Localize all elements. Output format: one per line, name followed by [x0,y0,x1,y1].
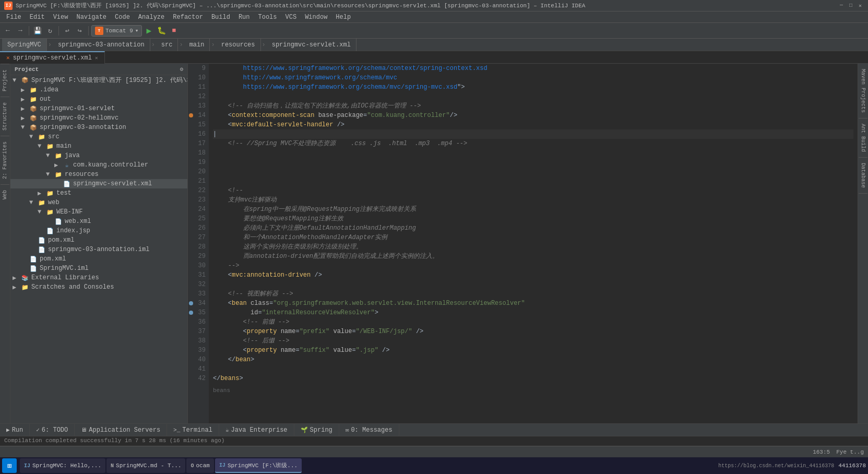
stop-button[interactable]: ■ [168,25,180,37]
bottom-tab-java-enterprise[interactable]: ☕ Java Enterprise [219,424,294,436]
tree-item-iml03[interactable]: ▶ 📄 springmvc-03-annotation.iml [10,245,187,254]
bottom-tab-spring[interactable]: 🌱 Spring [294,424,339,436]
bottom-tab-todo[interactable]: ✓ 6: TODO [30,424,75,436]
menu-item-vcs[interactable]: VCS [281,13,301,22]
menu-item-build[interactable]: Build [207,13,234,22]
breadcrumb-springmvc[interactable]: SpringMVC [2,39,47,51]
tree-item-springmvc-root[interactable]: ▼ 📦 SpringMVC F:\班级管理\西开 [19525] ]2. 代码\… [10,75,187,85]
tomcat-run-config[interactable]: T Tomcat 9 ▾ [91,25,142,37]
redo-button[interactable]: ↪ [74,25,86,37]
tree-item-springmvc01[interactable]: ▶ 📦 springmvc-01-servlet [10,104,187,113]
minimize-button[interactable]: ─ [838,2,845,9]
taskbar-springmvc-md[interactable]: N SpringMVC.md - T... [106,458,185,473]
breadcrumb-resources[interactable]: resources [216,39,261,51]
maximize-button[interactable]: □ [847,2,854,9]
sidebar-gear-icon[interactable]: ⚙ [180,66,183,73]
menu-item-tools[interactable]: Tools [254,13,281,22]
tree-item-main[interactable]: ▼ 📁 main [10,141,187,151]
tree-item-indexjsp[interactable]: ▶ 📄 index.jsp [10,226,187,235]
editor-content[interactable]: 9 10 11 12 13 14 15 16 17 18 19 20 21 22… [188,64,858,423]
menu-item-refactor[interactable]: Refactor [169,13,207,22]
menu-item-file[interactable]: File [2,13,26,22]
tree-item-src[interactable]: ▼ 📁 src [10,132,187,141]
run-button[interactable]: ▶ [143,25,154,37]
code-line-11: https://www.springframework.org/schema/m… [213,82,853,92]
refresh-button[interactable]: ↻ [44,25,56,37]
breadcrumb-src[interactable]: src [156,39,179,51]
spring-icon: 🌱 [301,426,308,433]
back-button[interactable]: ← [2,25,14,37]
code-breadcrumb: beans [213,385,853,396]
menu-item-window[interactable]: Window [301,13,331,22]
code-line-28: 这两个实例分别在类级别和方法级别处理。 [213,242,853,252]
tab-project[interactable]: Project [1,64,9,97]
file-tab-springmvc-servlet[interactable]: ✕ springmvc-servlet.xml ✕ [0,51,105,64]
tree-item-resources[interactable]: ▼ 📁 resources [10,170,187,179]
tree-item-controller[interactable]: ▶ ☕ com.kuang.controller [10,160,187,170]
bottom-tab-app-servers[interactable]: 🖥 Application Servers [75,424,167,436]
code-line-30: --> [213,261,853,270]
taskbar-springmvc-active[interactable]: IJ SpringMVC [F:\班级... [215,458,302,473]
tree-item-webxml[interactable]: ▶ 📄 web.xml [10,217,187,226]
cursor-position: 163:5 [813,449,830,455]
menu-item-edit[interactable]: Edit [26,13,49,22]
bottom-tab-messages[interactable]: ✉ 0: Messages [339,424,399,436]
tree-item-springmvc02[interactable]: ▶ 📦 springmvc-02-hellomvc [10,113,187,123]
arrow-spacer: ▶ [54,180,63,188]
tab-ant-build[interactable]: Ant Build [859,118,867,158]
tab-structure[interactable]: Structure [1,97,9,136]
code-editor[interactable]: https://www.springframework.org/schema/c… [209,64,858,423]
save-all-button[interactable]: 💾 [32,25,43,37]
tree-item-pom-root[interactable]: ▶ 📄 pom.xml [10,254,187,264]
editor-area: 9 10 11 12 13 14 15 16 17 18 19 20 21 22… [188,64,858,423]
taskbar-clock: 44116378 [838,463,866,469]
tree-item-external-libs[interactable]: ▶ 📚 External Libraries [10,273,187,282]
tree-item-springmvc03[interactable]: ▼ 📦 springmvc-03-annotation [10,123,187,132]
tree-item-test[interactable]: ▶ 📁 test [10,188,187,198]
tree-item-webinf[interactable]: ▼ 📁 WEB-INF [10,207,187,217]
debug-button[interactable]: 🐛 [156,25,167,37]
app-icon: IJ [4,2,13,10]
line-18: 18 [188,148,206,158]
breadcrumb-annotation[interactable]: springmvc-03-annotation [53,39,150,51]
tree-label-controller: com.kuang.controller [73,161,148,169]
taskbar-springmvc-hello[interactable]: IJ SpringMVC: Hello,... [20,458,105,473]
tree-item-servlet-xml[interactable]: ▶ 📄 springmvc-servlet.xml [10,179,187,188]
tree-item-out[interactable]: ▶ 📁 out [10,94,187,104]
menu-item-code[interactable]: Code [111,13,134,22]
bottom-tab-run[interactable]: ▶ Run [0,424,30,436]
tree-label-springmvc02: springmvc-02-hellomvc [40,114,118,122]
forward-button[interactable]: → [15,25,26,37]
java-enterprise-label: Java Enterprise [231,426,288,434]
menu-item-view[interactable]: View [49,13,73,22]
close-button[interactable]: ✕ [857,2,864,9]
taskbar-ocam[interactable]: O ocam [186,458,213,473]
tree-item-java[interactable]: ▼ 📁 java [10,151,187,160]
menu-item-navigate[interactable]: Navigate [72,13,111,22]
tab-web[interactable]: Web [1,184,9,205]
bottom-tab-terminal[interactable]: >_ Terminal [167,424,219,436]
tree-item-scratches[interactable]: ▶ 📁 Scratches and Consoles [10,282,187,292]
breadcrumb-main[interactable]: main [184,39,210,51]
tree-item-pom03[interactable]: ▶ 📄 pom.xml [10,235,187,245]
line-25: 25 [188,214,206,223]
fold-marker-2 [189,311,193,315]
tab-favorites[interactable]: 2: Favorites [1,136,9,184]
tree-item-web[interactable]: ▼ 📁 web [10,198,187,207]
menu-item-help[interactable]: Help [331,13,355,22]
breadcrumb-file[interactable]: springmvc-servlet.xml [267,39,356,51]
tree-label-servlet-xml: springmvc-servlet.xml [73,180,152,187]
undo-button[interactable]: ↩ [62,25,73,37]
file-tab-close[interactable]: ✕ [95,55,98,61]
tree-item-idea[interactable]: ▶ 📁 .idea [10,85,187,94]
tab-maven-projects[interactable]: Maven Projects [859,64,867,118]
tab-database[interactable]: Database [859,158,867,194]
windows-start-button[interactable]: ⊞ [2,458,17,473]
tree-item-springmvc-iml[interactable]: ▶ 📄 SpringMVC.iml [10,264,187,273]
tree-label-idea: .idea [40,86,58,93]
menu-item-run[interactable]: Run [234,13,254,22]
sidebar-header: Project ⚙ [10,64,187,75]
code-line-20 [213,167,853,176]
app-servers-icon: 🖥 [81,426,87,433]
menu-item-analyze[interactable]: Analyze [134,13,169,22]
